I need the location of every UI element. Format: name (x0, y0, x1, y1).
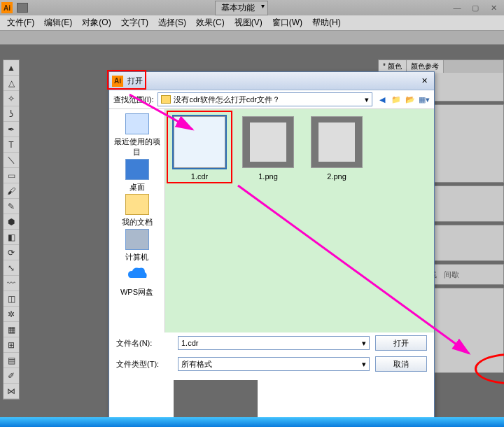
menu-type[interactable]: 文字(T) (121, 17, 148, 29)
file-label: 1.png (258, 172, 278, 181)
selection-tool[interactable]: ▲ (4, 60, 19, 76)
maximize-button[interactable]: ▢ (466, 2, 484, 13)
place-desktop[interactable]: 桌面 (112, 159, 162, 192)
free-transform-tool[interactable]: ◫ (4, 291, 19, 307)
eyedropper-tool[interactable]: ✐ (4, 368, 19, 384)
back-icon[interactable]: ◀ (377, 94, 388, 105)
rectangle-tool[interactable]: ▭ (4, 168, 19, 183)
type-tool[interactable]: T (4, 137, 19, 153)
gradient-tool[interactable]: ▤ (4, 353, 19, 368)
file-label: 1.cdr (191, 172, 208, 181)
file-thumb (311, 116, 363, 168)
cancel-button[interactable]: 取消 (375, 356, 427, 372)
lasso-tool[interactable]: ʖ (4, 106, 19, 122)
taskbar (0, 417, 504, 427)
chevron-down-icon: ▾ (362, 339, 366, 348)
warp-tool[interactable]: 〰 (4, 276, 19, 291)
blob-brush-tool[interactable]: ⬢ (4, 214, 19, 230)
file-thumb (174, 116, 225, 168)
eraser-tool[interactable]: ◧ (4, 230, 19, 245)
lookin-row: 查找范围(I): 没有cdr软件怎么打开cdr文件？ ▾ ◀ 📁 📂 ▦▾ (109, 90, 434, 108)
document-tabs (0, 31, 504, 45)
paintbrush-tool[interactable]: 🖌 (4, 183, 19, 199)
pen-tool[interactable]: ✒ (4, 122, 19, 137)
ai-dialog-icon: Ai (112, 76, 123, 87)
direct-selection-tool[interactable]: △ (4, 76, 19, 91)
magic-wand-tool[interactable]: ✧ (4, 91, 19, 106)
filename-label: 文件名(N): (116, 338, 172, 349)
place-computer[interactable]: 计算机 (112, 229, 162, 262)
scale-tool[interactable]: ⤡ (4, 260, 19, 276)
place-mydocs[interactable]: 我的文档 (112, 194, 162, 227)
menu-edit[interactable]: 编辑(E) (44, 17, 72, 29)
view-menu-icon[interactable]: ▦▾ (419, 94, 430, 105)
rotate-tool[interactable]: ⟳ (4, 245, 19, 260)
dialog-title-bar: Ai 打开 ✕ (109, 72, 434, 90)
ai-app-icon: Ai (1, 2, 13, 13)
open-button[interactable]: 打开 (375, 335, 427, 351)
workspace-dropdown[interactable]: 基本功能 (215, 1, 268, 15)
file-item[interactable]: 1.cdr (172, 116, 227, 181)
mesh-tool[interactable]: ⊞ (4, 337, 19, 353)
lookin-label: 查找范围(I): (113, 94, 153, 105)
dialog-title: 打开 (127, 76, 143, 86)
graph-tool[interactable]: ▦ (4, 322, 19, 337)
up-folder-icon[interactable]: 📁 (391, 94, 402, 105)
menu-view[interactable]: 视图(V) (234, 17, 262, 29)
layout-toggle-icon[interactable] (17, 3, 28, 13)
filetype-label: 文件类型(T): (116, 359, 172, 370)
menu-file[interactable]: 文件(F) (7, 17, 34, 29)
place-wpscloud[interactable]: WPS网盘 (112, 264, 162, 298)
file-list[interactable]: 1.cdr 1.png 2.png (165, 109, 434, 332)
menu-bar: 文件(F) 编辑(E) 对象(O) 文字(T) 选择(S) 效果(C) 视图(V… (0, 15, 504, 31)
tool-strip: ▲ △ ✧ ʖ ✒ T ＼ ▭ 🖌 ✎ ⬢ ◧ ⟳ ⤡ 〰 ◫ ✲ ▦ ⊞ ▤ … (3, 59, 20, 400)
symbol-sprayer-tool[interactable]: ✲ (4, 307, 19, 322)
lookin-value: 没有cdr软件怎么打开cdr文件？ (174, 94, 280, 105)
minimize-button[interactable]: — (448, 2, 466, 13)
menu-effect[interactable]: 效果(C) (196, 17, 225, 29)
file-item[interactable]: 1.png (241, 116, 295, 181)
places-bar: 最近使用的项目 桌面 我的文档 计算机 WPS网盘 (109, 109, 165, 332)
filetype-combo[interactable]: 所有格式▾ (178, 357, 370, 371)
line-tool[interactable]: ＼ (4, 153, 19, 168)
filename-field[interactable]: 1.cdr▾ (178, 336, 370, 350)
file-label: 2.png (327, 172, 346, 181)
chevron-down-icon: ▾ (362, 360, 366, 369)
blend-tool[interactable]: ⋈ (4, 384, 19, 399)
menu-window[interactable]: 窗口(W) (272, 17, 302, 29)
file-thumb (242, 116, 294, 168)
stroke-opt-gap[interactable]: 间歇 (444, 270, 459, 280)
dialog-close-icon[interactable]: ✕ (417, 76, 431, 87)
close-button[interactable]: ✕ (484, 2, 503, 13)
new-folder-icon[interactable]: 📂 (405, 94, 416, 105)
pencil-tool[interactable]: ✎ (4, 199, 19, 214)
file-item[interactable]: 2.png (309, 116, 364, 181)
menu-object[interactable]: 对象(O) (82, 17, 111, 29)
chevron-down-icon: ▾ (365, 95, 369, 104)
folder-icon (161, 95, 171, 104)
lookin-combo[interactable]: 没有cdr软件怎么打开cdr文件？ ▾ (158, 92, 372, 106)
menu-help[interactable]: 帮助(H) (312, 17, 341, 29)
app-title-bar: Ai 基本功能 — ▢ ✕ (0, 0, 504, 15)
place-recent[interactable]: 最近使用的项目 (112, 113, 162, 158)
open-dialog: Ai 打开 ✕ 查找范围(I): 没有cdr软件怎么打开cdr文件？ ▾ ◀ 📁… (108, 71, 435, 420)
menu-select[interactable]: 选择(S) (158, 17, 186, 29)
